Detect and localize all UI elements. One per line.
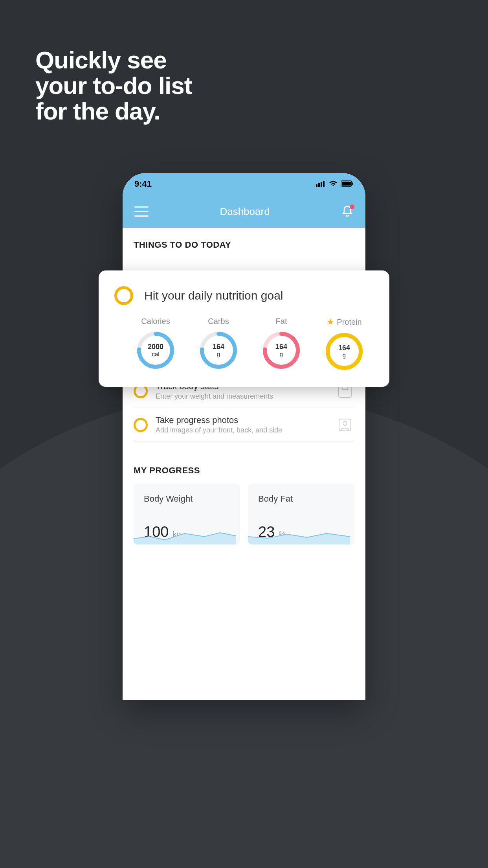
metric-ring-icon: 164g <box>199 331 238 370</box>
svg-rect-0 <box>316 184 317 187</box>
wifi-icon <box>328 179 338 189</box>
nav-bar: Dashboard <box>123 195 365 228</box>
todo-item-photos[interactable]: Take progress photos Add images of your … <box>134 408 354 442</box>
svg-rect-6 <box>352 182 353 185</box>
progress-label: Body Weight <box>144 494 230 504</box>
phone-frame: 9:41 Dashboard THINGS TO DO TODAY <box>123 173 365 700</box>
status-bar: 9:41 <box>123 173 365 195</box>
metric-ring-icon: 164g <box>262 331 301 370</box>
metric-calories[interactable]: Calories 2000cal <box>126 317 185 371</box>
metric-label: Fat <box>252 317 311 326</box>
metric-value: 164 <box>338 344 350 352</box>
metric-value: 164 <box>275 343 287 351</box>
metric-value: 2000 <box>148 343 163 351</box>
metric-label: Carbs <box>189 317 248 326</box>
todo-status-icon <box>134 418 148 432</box>
todo-title: Take progress photos <box>156 415 328 425</box>
metric-carbs[interactable]: Carbs 164g <box>189 317 248 371</box>
progress-card-weight[interactable]: Body Weight 100 kg <box>134 484 240 544</box>
metric-label-text: Protein <box>337 318 361 327</box>
star-icon: ★ <box>327 317 334 327</box>
nutrition-goal-card[interactable]: Hit your daily nutrition goal Calories 2… <box>99 270 389 387</box>
promo-line: for the day. <box>35 98 192 124</box>
metric-ring-icon: 164g <box>325 332 364 371</box>
metric-fat[interactable]: Fat 164g <box>252 317 311 371</box>
notification-dot-icon <box>350 204 354 209</box>
progress-card-fat[interactable]: Body Fat 23 % <box>248 484 354 544</box>
section-title-progress: MY PROGRESS <box>134 465 354 476</box>
metric-unit: g <box>280 351 283 358</box>
svg-point-9 <box>343 421 347 425</box>
status-icons <box>316 179 354 189</box>
promo-headline: Quickly see your to-do list for the day. <box>35 47 192 124</box>
progress-section: MY PROGRESS Body Weight 100 kg Body Fat <box>134 465 354 544</box>
page-title: Dashboard <box>220 206 270 218</box>
status-time: 9:41 <box>134 179 152 189</box>
metric-label: Calories <box>126 317 185 326</box>
battery-icon <box>341 179 354 189</box>
metric-value: 164 <box>213 343 224 351</box>
todo-subtitle: Enter your weight and measurements <box>156 392 328 401</box>
svg-rect-1 <box>318 183 320 187</box>
sparkline-icon <box>134 525 236 544</box>
todo-subtitle: Add images of your front, back, and side <box>156 426 328 434</box>
notifications-button[interactable] <box>341 205 354 218</box>
metric-unit: g <box>217 351 220 358</box>
metric-unit: cal <box>152 351 159 358</box>
section-title-todo: THINGS TO DO TODAY <box>134 240 354 250</box>
todo-status-icon <box>114 286 133 305</box>
person-frame-icon <box>336 416 354 434</box>
svg-rect-5 <box>342 182 351 186</box>
svg-rect-2 <box>321 182 322 187</box>
menu-button[interactable] <box>134 206 149 217</box>
nutrition-card-title: Hit your daily nutrition goal <box>144 289 283 302</box>
promo-line: your to-do list <box>35 73 192 98</box>
metric-label: ★Protein <box>315 317 374 327</box>
promo-line: Quickly see <box>35 47 192 73</box>
cellular-icon <box>316 179 325 189</box>
metric-protein[interactable]: ★Protein 164g <box>315 317 374 371</box>
sparkline-icon <box>248 525 350 544</box>
metric-ring-icon: 2000cal <box>136 331 175 370</box>
progress-label: Body Fat <box>258 494 344 504</box>
metric-unit: g <box>343 352 346 359</box>
svg-rect-3 <box>323 181 325 187</box>
